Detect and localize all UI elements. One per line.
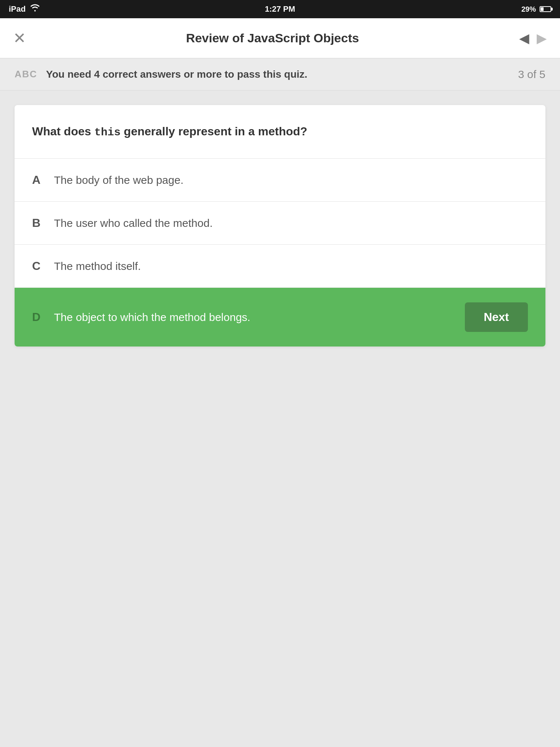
answer-text-d: The object to which the method belongs. [54, 311, 465, 324]
answer-label-c: C [32, 259, 54, 273]
answer-option-c[interactable]: C The method itself. [15, 245, 545, 288]
answer-label-a: A [32, 173, 54, 187]
answer-text-a: The body of the web page. [54, 174, 528, 186]
answer-label-d: D [32, 310, 54, 324]
answer-label-b: B [32, 216, 54, 230]
answer-text-b: The user who called the method. [54, 217, 528, 229]
status-bar: iPad 1:27 PM 29% [0, 0, 560, 18]
status-bar-right: 29% [521, 5, 551, 13]
status-bar-time: 1:27 PM [265, 4, 295, 14]
abc-badge: ABC [15, 69, 37, 80]
close-button[interactable]: ✕ [13, 31, 26, 46]
quiz-info-bar: ABC You need 4 correct answers or more t… [0, 58, 560, 90]
next-arrow-icon[interactable]: ▶ [537, 31, 547, 46]
wifi-icon [30, 4, 40, 14]
question-text-area: What does this generally represent in a … [15, 105, 545, 159]
question-text-after: generally represent in a method? [121, 125, 307, 138]
answer-option-d[interactable]: D The object to which the method belongs… [15, 288, 545, 347]
question-code: this [94, 126, 121, 139]
question-text: What does this generally represent in a … [32, 123, 528, 141]
prev-arrow-icon[interactable]: ◀ [519, 31, 529, 46]
quiz-requirement-text: You need 4 correct answers or more to pa… [46, 69, 307, 80]
answer-text-c: The method itself. [54, 260, 528, 272]
question-card: What does this generally represent in a … [15, 105, 545, 347]
question-text-before: What does [32, 125, 94, 138]
answer-option-a[interactable]: A The body of the web page. [15, 159, 545, 202]
battery-percentage: 29% [521, 5, 536, 13]
quiz-info-left: ABC You need 4 correct answers or more t… [15, 69, 307, 80]
device-label: iPad [9, 4, 26, 14]
status-bar-left: iPad [9, 4, 40, 14]
answer-option-b[interactable]: B The user who called the method. [15, 202, 545, 245]
quiz-progress: 3 of 5 [518, 68, 545, 81]
nav-title: Review of JavaScript Objects [186, 31, 359, 45]
nav-bar: ✕ Review of JavaScript Objects ◀ ▶ [0, 18, 560, 58]
next-button[interactable]: Next [465, 302, 528, 332]
main-content: What does this generally represent in a … [0, 90, 560, 361]
battery-icon [540, 6, 551, 12]
nav-arrows: ◀ ▶ [519, 31, 547, 46]
